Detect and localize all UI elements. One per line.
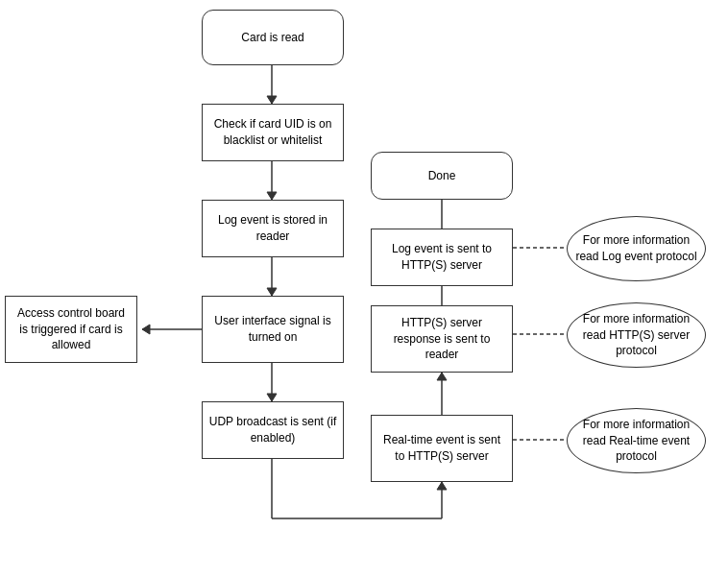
udp-broadcast-node: UDP broadcast is sent (if enabled)	[202, 401, 344, 459]
log-stored-node: Log event is stored in reader	[202, 200, 344, 257]
realtime-event-node: Real-time event is sent to HTTP(S) serve…	[371, 415, 513, 482]
svg-marker-5	[267, 288, 277, 296]
arrows-layer	[0, 0, 728, 578]
info-realtime-ellipse: For more information read Real-time even…	[567, 408, 706, 473]
info-log-ellipse: For more information read Log event prot…	[567, 216, 706, 281]
svg-marker-3	[267, 192, 277, 200]
card-read-node: Card is read	[202, 10, 344, 65]
info-http-ellipse: For more information read HTTP(S) server…	[567, 302, 706, 368]
svg-marker-7	[267, 394, 277, 401]
http-response-node: HTTP(S) server response is sent to reade…	[371, 305, 513, 373]
svg-marker-13	[437, 373, 447, 380]
log-sent-node: Log event is sent to HTTP(S) server	[371, 229, 513, 286]
svg-marker-1	[267, 96, 277, 104]
svg-marker-19	[142, 325, 150, 334]
access-control-node: Access control board is triggered if car…	[5, 296, 137, 363]
svg-marker-11	[437, 482, 447, 490]
check-uid-node: Check if card UID is on blacklist or whi…	[202, 104, 344, 161]
done-node: Done	[371, 152, 513, 200]
ui-signal-node: User interface signal is turned on	[202, 296, 344, 363]
flowchart-diagram: Card is read Check if card UID is on bla…	[0, 0, 728, 578]
